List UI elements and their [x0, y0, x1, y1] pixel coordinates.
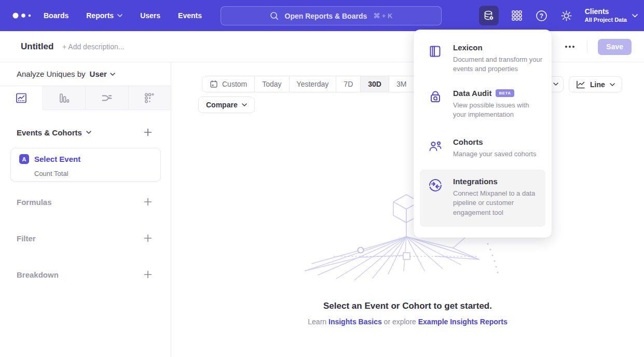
- menu-item-title: Cohorts: [453, 138, 483, 146]
- add-breakdown-button[interactable]: [143, 269, 153, 280]
- date-range-custom[interactable]: Custom: [202, 76, 255, 92]
- data-management-dropdown: Lexicon Document and transform your even…: [414, 30, 552, 238]
- explore-connector: or explore: [384, 318, 416, 326]
- chevron-down-icon: [242, 103, 247, 106]
- grid-icon: [511, 9, 523, 22]
- tab-bar-chart[interactable]: [43, 86, 86, 110]
- project-selector[interactable]: Clients All Project Data: [585, 7, 638, 23]
- tab-retention-grid[interactable]: [129, 86, 171, 110]
- nav-item-users[interactable]: Users: [140, 11, 160, 20]
- menu-item-cohorts[interactable]: Cohorts Manage your saved cohorts: [420, 130, 545, 170]
- select-event-label[interactable]: Select Event: [34, 155, 80, 163]
- menu-item-description: Document and transform your events and p…: [453, 55, 542, 74]
- chevron-down-icon: [117, 14, 122, 17]
- add-formula-button[interactable]: [143, 197, 153, 207]
- chart-type-label: Line: [590, 80, 605, 89]
- event-letter-badge: A: [19, 154, 29, 164]
- calendar-icon: [210, 80, 218, 88]
- line-chart-icon: [576, 80, 585, 89]
- tab-flows[interactable]: [86, 86, 129, 110]
- example-reports-link[interactable]: Example Insights Reports: [418, 318, 508, 326]
- flows-tab-icon: [101, 92, 113, 104]
- svg-text:?: ?: [540, 12, 543, 20]
- add-filter-button[interactable]: [143, 233, 153, 243]
- plus-icon: [144, 270, 152, 279]
- nav-item-boards[interactable]: Boards: [44, 11, 68, 20]
- event-measurement-label[interactable]: Count Total: [34, 170, 68, 177]
- insights-basics-link[interactable]: Insights Basics: [328, 318, 382, 326]
- date-range-7d[interactable]: 7D: [336, 76, 361, 92]
- empty-state-links: Learn Insights Basics or explore Example…: [171, 318, 644, 326]
- analyze-entity-value: User: [90, 70, 107, 78]
- data-management-button[interactable]: [479, 6, 499, 25]
- menu-item-title: Data Audit: [453, 89, 491, 98]
- date-range-label: Custom: [222, 80, 247, 88]
- analyze-label: Analyze Uniques by: [17, 70, 86, 78]
- compare-dropdown[interactable]: Compare: [198, 97, 255, 113]
- learn-prefix: Learn: [308, 318, 326, 326]
- date-range-control: Custom Today Yesterday 7D 30D 3M 6M: [202, 76, 440, 92]
- help-button[interactable]: ?: [535, 9, 549, 22]
- events-cohorts-header: Events & Cohorts: [0, 124, 171, 141]
- mixpanel-insights-page: Boards Reports Users Events Open Reports…: [0, 0, 644, 357]
- event-card[interactable]: A Select Event Count Total: [10, 148, 161, 182]
- nav-item-reports[interactable]: Reports: [86, 11, 122, 20]
- events-cohorts-label: Events & Cohorts: [17, 128, 82, 137]
- cohorts-people-icon: [428, 139, 443, 153]
- mixpanel-logo-icon[interactable]: [11, 9, 35, 22]
- plus-icon: [144, 198, 152, 206]
- date-range-label: 7D: [344, 80, 353, 88]
- menu-item-description: Connect Mixpanel to a data pipeline or c…: [453, 189, 542, 217]
- apps-grid-button[interactable]: [510, 9, 524, 22]
- beta-badge: BETA: [496, 89, 514, 97]
- lexicon-book-icon: [428, 44, 443, 59]
- menu-item-lexicon[interactable]: Lexicon Document and transform your even…: [420, 36, 545, 81]
- report-title[interactable]: Untitled: [21, 42, 53, 52]
- report-actions: Save: [541, 38, 632, 55]
- menu-item-description: View possible issues with your implement…: [453, 101, 542, 120]
- plus-icon: [144, 234, 152, 242]
- dot-grid-tab-icon: [143, 92, 156, 104]
- analyze-uniques-row: Analyze Uniques by User: [0, 62, 171, 86]
- analyze-entity-dropdown[interactable]: User: [90, 70, 115, 78]
- date-range-today[interactable]: Today: [255, 76, 289, 92]
- nav-item-label: Users: [140, 11, 160, 20]
- project-name: Clients: [585, 7, 627, 17]
- nav-item-events[interactable]: Events: [178, 11, 202, 20]
- search-shortcut: ⌘ + K: [373, 12, 392, 20]
- filter-label: Filter: [17, 234, 36, 243]
- query-builder-sidebar: Analyze Uniques by User: [0, 62, 171, 357]
- help-icon: ?: [535, 9, 548, 22]
- nav-item-label: Reports: [86, 11, 114, 20]
- tab-insights-line[interactable]: [0, 86, 43, 110]
- menu-item-data-audit[interactable]: Data Audit BETA View possible issues wit…: [420, 81, 545, 130]
- global-search-input[interactable]: Open Reports & Boards ⌘ + K: [221, 6, 442, 25]
- chart-type-dropdown[interactable]: Line: [569, 76, 622, 92]
- date-range-yesterday[interactable]: Yesterday: [290, 76, 337, 92]
- breakdown-section: Breakdown: [0, 266, 171, 283]
- nav-item-label: Boards: [44, 11, 68, 20]
- save-button[interactable]: Save: [598, 39, 632, 55]
- filter-section: Filter: [0, 230, 171, 246]
- menu-item-title: Integrations: [453, 177, 498, 186]
- report-description-placeholder[interactable]: + Add description...: [62, 43, 124, 51]
- compare-label: Compare: [206, 101, 238, 109]
- chevron-down-icon: [110, 73, 115, 76]
- visualization-tabs: [0, 86, 171, 110]
- chevron-down-icon: [610, 83, 615, 86]
- chevron-down-icon: [553, 83, 558, 86]
- menu-item-title: Lexicon: [453, 43, 483, 52]
- more-options-button[interactable]: [563, 44, 577, 50]
- line-chart-tab-icon: [15, 92, 28, 104]
- events-cohorts-toggle[interactable]: Events & Cohorts: [17, 128, 91, 137]
- gear-icon: [560, 9, 573, 22]
- date-range-30d-selected[interactable]: 30D: [361, 76, 389, 92]
- chevron-down-icon: [86, 131, 91, 134]
- plus-icon: [144, 128, 152, 136]
- settings-button[interactable]: [560, 9, 573, 22]
- add-event-button[interactable]: [143, 127, 153, 138]
- bar-chart-tab-icon: [58, 92, 70, 104]
- menu-item-integrations[interactable]: Integrations Connect Mixpanel to a data …: [420, 170, 545, 227]
- menu-item-description: Manage your saved cohorts: [453, 149, 536, 159]
- date-range-3m[interactable]: 3M: [389, 76, 414, 92]
